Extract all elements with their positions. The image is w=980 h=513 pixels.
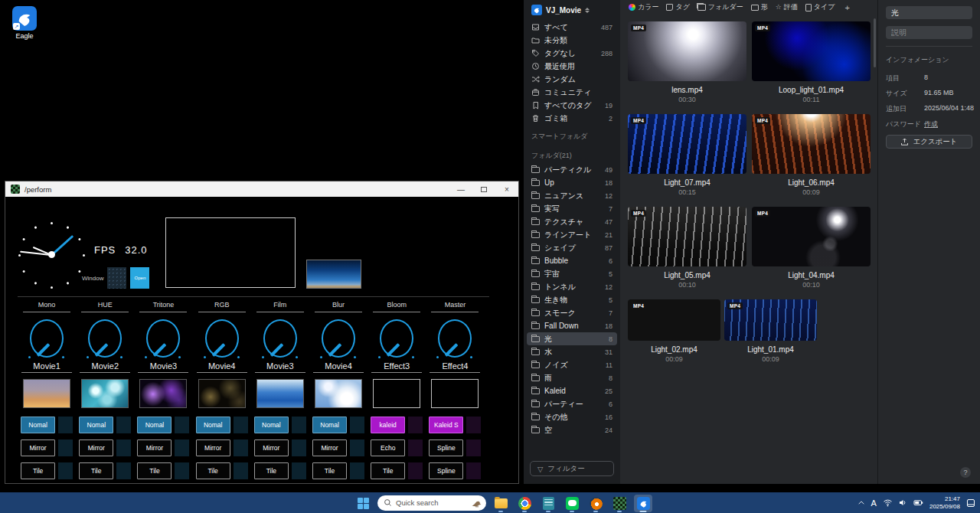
sidebar-folder[interactable]: スモーク 7 xyxy=(524,306,620,319)
media-thumbnail[interactable]: MP4 xyxy=(628,21,746,81)
mode-button[interactable]: Spline xyxy=(429,462,463,479)
mode-button[interactable]: Tile xyxy=(137,462,172,479)
effect-knob[interactable] xyxy=(146,319,180,358)
notification-center-icon[interactable] xyxy=(966,498,975,508)
window-toggle-on[interactable]: Open xyxy=(130,267,149,289)
mode-button[interactable]: Tile xyxy=(21,462,55,479)
sidebar-item-random[interactable]: ランダム xyxy=(524,73,620,86)
sidebar-folder[interactable]: パーティクル 49 xyxy=(524,163,620,176)
media-item[interactable]: MP4 Light_07.mp4 00:15 xyxy=(628,114,746,196)
wifi-icon[interactable] xyxy=(883,498,893,507)
mode-button[interactable]: Tile xyxy=(312,462,347,479)
mode-button[interactable]: Mirror xyxy=(79,439,113,456)
taskbar-perform-app[interactable] xyxy=(610,495,629,512)
toolbar-filter-button[interactable]: カラー xyxy=(625,2,662,12)
sidebar-folder[interactable]: 水 31 xyxy=(524,345,620,358)
taskbar-blender[interactable] xyxy=(586,495,605,512)
ime-indicator[interactable]: A xyxy=(871,498,877,508)
mode-button[interactable]: Spline xyxy=(429,439,463,456)
sidebar-folder[interactable]: 実写 7 xyxy=(524,202,620,215)
taskbar-eagle[interactable] xyxy=(634,495,652,512)
mode-button[interactable]: Tile xyxy=(196,462,230,479)
sidebar-folder[interactable]: 生き物 5 xyxy=(524,293,620,306)
clip-thumbnail[interactable] xyxy=(139,379,187,408)
sidebar-folder[interactable]: 光 8 xyxy=(527,332,617,345)
clip-thumbnail[interactable] xyxy=(198,379,246,408)
sidebar-item-all-tags[interactable]: すべてのタグ 19 xyxy=(524,99,620,112)
mode-button[interactable]: Mirror xyxy=(196,439,230,456)
toolbar-filter-button[interactable]: 形 xyxy=(747,2,772,12)
media-item[interactable]: MP4 lens.mp4 00:30 xyxy=(628,21,746,103)
mode-button[interactable]: Mirror xyxy=(312,439,347,456)
media-item[interactable]: MP4 Light_01.mp4 00:09 xyxy=(724,299,817,363)
mode-button[interactable]: Nomal xyxy=(196,417,230,433)
sidebar-item-uncategorized[interactable]: 未分類 xyxy=(524,34,620,47)
media-thumbnail[interactable]: MP4 xyxy=(628,207,746,266)
tray-expand-icon[interactable] xyxy=(858,499,865,507)
sidebar-item-community[interactable]: コミュニティ xyxy=(524,86,620,99)
media-thumbnail[interactable]: MP4 xyxy=(752,207,871,266)
sidebar-folder[interactable]: Up 18 xyxy=(524,176,620,189)
taskbar-chrome[interactable] xyxy=(515,495,534,512)
sidebar-folder[interactable]: Bubble 6 xyxy=(524,254,620,267)
folders-header[interactable]: フォルダ(21) xyxy=(524,144,620,163)
clip-thumbnail[interactable] xyxy=(81,379,129,408)
sidebar-folder[interactable]: テクスチャ 47 xyxy=(524,215,620,228)
mode-button[interactable]: Nomal xyxy=(312,417,347,433)
mode-button[interactable]: Nomal xyxy=(137,417,172,433)
export-button[interactable]: エクスポート xyxy=(886,135,972,149)
sidebar-folder[interactable]: 宇宙 5 xyxy=(524,267,620,280)
clip-thumbnail[interactable] xyxy=(256,379,304,408)
sidebar-folder[interactable]: トンネル 12 xyxy=(524,280,620,293)
sidebar-folder[interactable]: Fall Down 18 xyxy=(524,319,620,332)
mode-button[interactable]: Kaleid S xyxy=(429,417,463,433)
media-item[interactable]: MP4 Loop_light_01.mp4 00:11 xyxy=(752,21,871,103)
mode-button[interactable]: Nomal xyxy=(254,417,289,433)
sidebar-item-untagged[interactable]: タグなし 288 xyxy=(524,47,620,60)
sidebar-folder[interactable]: その他 16 xyxy=(524,410,620,423)
clip-thumbnail[interactable] xyxy=(431,379,479,408)
scrollbar[interactable] xyxy=(874,18,876,67)
sidebar-folder[interactable]: ニュアンス 12 xyxy=(524,189,620,202)
toolbar-filter-button[interactable]: 評価 xyxy=(772,2,802,12)
mode-button[interactable]: Tile xyxy=(79,462,113,479)
taskbar-file-explorer[interactable] xyxy=(492,495,510,512)
clip-thumbnail[interactable] xyxy=(315,379,362,408)
toolbar-filter-button[interactable]: タグ xyxy=(662,2,693,12)
mode-button[interactable]: Tile xyxy=(371,462,405,479)
effect-knob[interactable] xyxy=(88,319,122,358)
sidebar-folder[interactable]: パーティー 6 xyxy=(524,397,620,410)
toolbar-filter-button[interactable]: + xyxy=(838,3,853,12)
mode-button[interactable]: Mirror xyxy=(21,439,55,456)
sidebar-folder[interactable]: Kaleid 25 xyxy=(524,384,620,397)
media-item[interactable]: MP4 Light_02.mp4 00:09 xyxy=(628,299,720,363)
effect-knob[interactable] xyxy=(438,319,472,358)
window-toggle-off[interactable] xyxy=(107,267,126,289)
sidebar-folder[interactable]: 空 24 xyxy=(524,423,620,436)
mode-button[interactable]: Echo xyxy=(371,439,405,456)
media-thumbnail[interactable]: MP4 xyxy=(628,299,720,341)
volume-icon[interactable] xyxy=(899,498,907,507)
media-item[interactable]: MP4 Light_04.mp4 00:10 xyxy=(752,207,871,289)
taskbar-clock[interactable]: 21:47 2025/09/08 xyxy=(929,495,960,510)
mode-button[interactable]: Mirror xyxy=(254,439,289,456)
effect-knob[interactable] xyxy=(322,319,355,358)
media-item[interactable]: MP4 Light_05.mp4 00:10 xyxy=(628,207,746,289)
description-input[interactable] xyxy=(886,26,972,39)
taskbar-line[interactable] xyxy=(563,495,581,512)
mode-button[interactable]: Nomal xyxy=(21,417,55,433)
toolbar-filter-button[interactable]: タイプ xyxy=(802,2,839,12)
media-item[interactable]: MP4 Light_06.mp4 00:09 xyxy=(752,114,871,196)
sidebar-folder[interactable]: シェイプ 87 xyxy=(524,241,620,254)
effect-knob[interactable] xyxy=(263,319,297,358)
minimize-icon[interactable]: — xyxy=(449,181,472,197)
media-thumbnail[interactable]: MP4 xyxy=(752,114,871,174)
sidebar-item-all[interactable]: すべて 487 xyxy=(524,21,620,34)
help-button[interactable]: ? xyxy=(960,467,971,478)
mode-button[interactable]: kaleid xyxy=(371,417,405,433)
taskbar-search[interactable]: Quick search xyxy=(377,495,486,511)
close-icon[interactable]: × xyxy=(495,181,518,197)
sidebar-folder[interactable]: ラインアート 21 xyxy=(524,228,620,241)
effect-knob[interactable] xyxy=(205,319,239,358)
mode-button[interactable]: Nomal xyxy=(79,417,113,433)
